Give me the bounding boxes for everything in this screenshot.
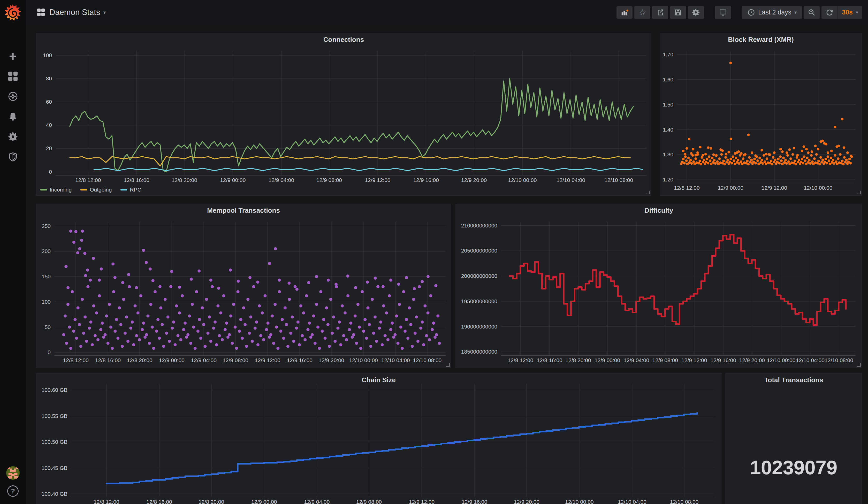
sidebar-menu: +	[0, 46, 26, 167]
panel-title[interactable]: Total Transactions	[726, 376, 862, 384]
svg-text:12/9 16:00: 12/9 16:00	[711, 357, 736, 363]
title-dropdown-caret-icon[interactable]: ▾	[103, 9, 106, 16]
svg-text:0: 0	[48, 349, 51, 355]
panel-title[interactable]: Mempool Transactions	[36, 206, 451, 215]
svg-text:12/9 12:00: 12/9 12:00	[409, 499, 435, 504]
user-avatar[interactable]	[6, 466, 20, 480]
svg-text:12/10 04:00: 12/10 04:00	[796, 357, 825, 363]
svg-text:12/10 08:00: 12/10 08:00	[670, 499, 699, 504]
svg-text:12/9 16:00: 12/9 16:00	[413, 177, 439, 183]
cycle-view-button[interactable]	[715, 6, 731, 19]
dashboard-title[interactable]: Daemon Stats	[49, 8, 100, 17]
svg-text:12/10 04:00: 12/10 04:00	[381, 357, 410, 363]
svg-text:12/10 04:00: 12/10 04:00	[618, 499, 647, 504]
panel-resize-handle[interactable]	[446, 363, 450, 367]
svg-text:12/9 00:00: 12/9 00:00	[159, 357, 185, 363]
svg-text:50: 50	[45, 324, 51, 330]
svg-text:12/8 16:00: 12/8 16:00	[124, 177, 149, 183]
svg-text:12/8 20:00: 12/8 20:00	[198, 499, 224, 504]
legend-item-outgoing[interactable]: Outgoing	[80, 187, 112, 193]
legend-swatch	[121, 189, 127, 191]
svg-text:12/10 00:00: 12/10 00:00	[767, 357, 795, 363]
save-icon	[674, 9, 682, 16]
configuration-gear-icon[interactable]	[0, 127, 26, 147]
add-panel-icon	[621, 9, 628, 16]
svg-text:12/9 16:00: 12/9 16:00	[287, 357, 312, 363]
svg-text:1.50: 1.50	[663, 102, 673, 107]
dashboards-icon[interactable]	[0, 66, 26, 86]
svg-text:190000000000: 190000000000	[461, 323, 497, 330]
legend-item-rpc[interactable]: RPC	[121, 187, 141, 193]
svg-text:195000000000: 195000000000	[461, 298, 497, 304]
panel-title[interactable]: Connections	[36, 36, 651, 44]
dashboard-grid-icon[interactable]	[37, 9, 45, 16]
panel-mempool: Mempool Transactions 05010015020025012/8…	[36, 204, 451, 368]
svg-text:12/9 12:00: 12/9 12:00	[255, 357, 280, 363]
share-button[interactable]	[652, 6, 668, 19]
panel-resize-handle[interactable]	[857, 363, 861, 367]
time-range-label: Last 2 days	[758, 9, 791, 16]
top-header: Daemon Stats ▾ ☆	[26, 0, 868, 24]
svg-text:12/10 00:00: 12/10 00:00	[508, 177, 537, 183]
refresh-controls: 30s ▾	[822, 6, 862, 19]
difficulty-chart[interactable]: 1850000000001900000000001950000000002000…	[456, 204, 862, 368]
time-range-picker[interactable]: Last 2 days ▾	[742, 6, 802, 19]
zoom-out-icon	[808, 9, 816, 16]
svg-text:12/9 12:00: 12/9 12:00	[365, 177, 390, 183]
refresh-icon	[826, 9, 833, 16]
svg-text:12/9 04:00: 12/9 04:00	[623, 357, 649, 363]
svg-text:12/8 12:00: 12/8 12:00	[94, 499, 119, 504]
svg-text:12/9 00:00: 12/9 00:00	[595, 357, 620, 363]
alerting-bell-icon[interactable]	[0, 106, 26, 127]
svg-text:12/9 00:00: 12/9 00:00	[251, 499, 277, 504]
grafana-logo[interactable]	[4, 4, 22, 22]
svg-text:1.60: 1.60	[663, 76, 673, 82]
panel-resize-handle[interactable]	[647, 191, 650, 194]
mempool-chart[interactable]: 05010015020025012/8 12:0012/8 16:0012/8 …	[36, 204, 451, 368]
connections-chart[interactable]: 02040608010012/8 12:0012/8 16:0012/8 20:…	[36, 33, 651, 195]
svg-text:12/10 08:00: 12/10 08:00	[413, 357, 442, 363]
star-icon: ☆	[639, 9, 646, 16]
chain-size-chart[interactable]: 100.40 GB100.45 GB100.50 GB100.55 GB100.…	[36, 373, 721, 504]
time-range-caret-icon: ▾	[794, 10, 797, 15]
svg-text:12/8 16:00: 12/8 16:00	[537, 357, 562, 363]
save-button[interactable]	[670, 6, 686, 19]
panel-settings-button[interactable]	[688, 6, 704, 19]
total-transactions-value: 10239079	[726, 456, 862, 479]
svg-text:12/8 20:00: 12/8 20:00	[172, 177, 197, 183]
add-panel-button[interactable]	[617, 6, 632, 19]
sidebar: +	[0, 0, 26, 504]
legend-item-incoming[interactable]: Incoming	[40, 187, 72, 193]
svg-text:1.30: 1.30	[663, 152, 673, 157]
server-admin-shield-icon[interactable]	[0, 147, 26, 167]
star-button[interactable]: ☆	[634, 6, 650, 19]
refresh-button[interactable]	[822, 6, 837, 19]
svg-text:12/9 08:00: 12/9 08:00	[652, 357, 678, 363]
svg-text:12/10 00:00: 12/10 00:00	[349, 357, 378, 363]
help-icon[interactable]: ?	[7, 485, 19, 497]
svg-text:12/9 16:00: 12/9 16:00	[462, 499, 487, 504]
svg-text:200000000000: 200000000000	[461, 273, 497, 279]
panel-chain-size: Chain Size 100.40 GB100.45 GB100.50 GB10…	[36, 373, 721, 504]
share-icon	[656, 9, 664, 16]
refresh-interval-button[interactable]: 30s ▾	[837, 6, 862, 19]
svg-text:80: 80	[46, 75, 52, 81]
svg-text:12/9 04:00: 12/9 04:00	[269, 177, 294, 183]
panel-title[interactable]: Chain Size	[36, 376, 721, 384]
panel-block-reward: Block Reward (XMR) 1.201.301.401.501.601…	[660, 33, 862, 196]
legend-swatch	[80, 189, 87, 191]
svg-text:12/8 20:00: 12/8 20:00	[127, 357, 152, 363]
create-icon[interactable]: +	[0, 46, 26, 66]
svg-text:12/10 00:00: 12/10 00:00	[804, 185, 832, 191]
svg-text:12/9 12:00: 12/9 12:00	[681, 357, 707, 363]
svg-text:12/9 20:00: 12/9 20:00	[461, 177, 487, 183]
panel-title[interactable]: Difficulty	[456, 206, 862, 215]
interval-caret-icon: ▾	[856, 10, 858, 15]
svg-text:12/10 04:00: 12/10 04:00	[557, 177, 585, 183]
zoom-out-button[interactable]	[804, 6, 820, 19]
svg-text:250: 250	[42, 223, 51, 229]
explore-compass-icon[interactable]	[0, 86, 26, 106]
panel-resize-handle[interactable]	[857, 191, 861, 194]
panel-title[interactable]: Block Reward (XMR)	[660, 36, 862, 44]
block-reward-chart[interactable]: 1.201.301.401.501.601.7012/8 12:0012/9 0…	[660, 33, 862, 195]
